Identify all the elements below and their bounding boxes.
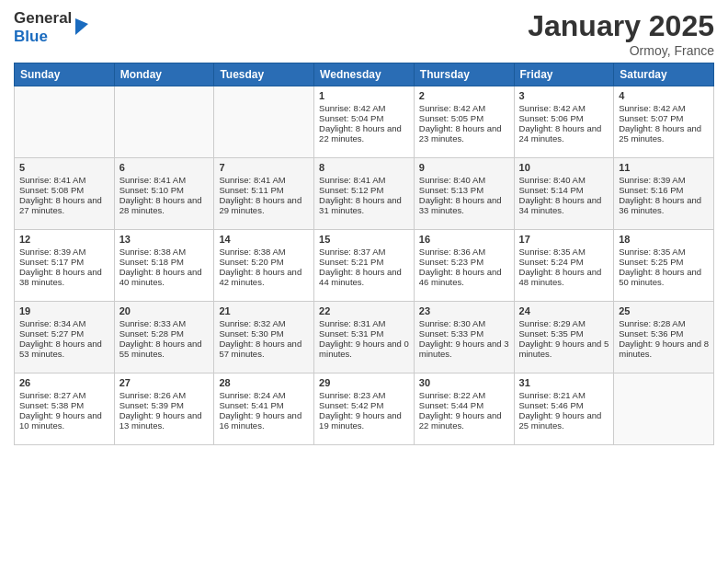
daylight-text: Daylight: 8 hours and 24 minutes. [519,123,609,144]
calendar-cell-2-4: 16Sunrise: 8:36 AMSunset: 5:23 PMDayligh… [414,230,514,302]
calendar-cell-2-2: 14Sunrise: 8:38 AMSunset: 5:20 PMDayligh… [214,230,314,302]
day-number: 31 [519,377,609,388]
sunrise-text: Sunrise: 8:34 AM [19,318,109,328]
daylight-text: Daylight: 8 hours and 23 minutes. [419,123,509,144]
day-number: 18 [619,234,709,245]
sunrise-text: Sunrise: 8:40 AM [419,175,509,185]
sunset-text: Sunset: 5:24 PM [519,257,609,267]
day-number: 11 [619,162,709,173]
sunrise-text: Sunrise: 8:35 AM [619,247,709,257]
col-monday: Monday [114,63,214,86]
calendar-cell-0-3: 1Sunrise: 8:42 AMSunset: 5:04 PMDaylight… [314,86,415,158]
day-number: 2 [419,90,509,101]
day-number: 4 [619,90,709,101]
calendar-cell-3-1: 20Sunrise: 8:33 AMSunset: 5:28 PMDayligh… [114,302,214,373]
sunrise-text: Sunrise: 8:38 AM [219,247,309,257]
calendar-week-row-3: 19Sunrise: 8:34 AMSunset: 5:27 PMDayligh… [15,302,714,373]
sunrise-text: Sunrise: 8:37 AM [319,247,409,257]
svg-marker-0 [75,18,88,35]
daylight-text: Daylight: 8 hours and 36 minutes. [619,195,709,215]
calendar-cell-0-1 [114,86,214,158]
day-number: 13 [119,234,210,245]
sunset-text: Sunset: 5:16 PM [619,185,709,195]
day-number: 23 [419,305,509,316]
day-number: 22 [319,305,409,316]
sunset-text: Sunset: 5:10 PM [119,185,210,195]
sunset-text: Sunset: 5:04 PM [319,113,409,123]
sunrise-text: Sunrise: 8:22 AM [419,390,509,400]
sunrise-text: Sunrise: 8:41 AM [19,175,109,185]
daylight-text: Daylight: 8 hours and 44 minutes. [319,267,409,287]
sunrise-text: Sunrise: 8:39 AM [619,175,709,185]
daylight-text: Daylight: 8 hours and 53 minutes. [19,339,109,359]
calendar-cell-4-2: 28Sunrise: 8:24 AMSunset: 5:41 PMDayligh… [214,373,314,445]
col-saturday: Saturday [614,63,714,86]
calendar-cell-2-3: 15Sunrise: 8:37 AMSunset: 5:21 PMDayligh… [314,230,415,302]
calendar-week-row-4: 26Sunrise: 8:27 AMSunset: 5:38 PMDayligh… [15,373,714,445]
daylight-text: Daylight: 8 hours and 40 minutes. [119,267,210,287]
day-number: 5 [19,162,109,173]
daylight-text: Daylight: 8 hours and 48 minutes. [519,267,609,287]
col-sunday: Sunday [15,63,115,86]
daylight-text: Daylight: 9 hours and 22 minutes. [419,410,509,431]
day-number: 21 [219,305,309,316]
calendar-cell-2-6: 18Sunrise: 8:35 AMSunset: 5:25 PMDayligh… [614,230,714,302]
sunset-text: Sunset: 5:06 PM [519,113,609,123]
sunrise-text: Sunrise: 8:38 AM [119,247,210,257]
day-number: 25 [619,305,709,316]
sunset-text: Sunset: 5:08 PM [19,185,109,195]
sunset-text: Sunset: 5:12 PM [319,185,409,195]
calendar-body: 1Sunrise: 8:42 AMSunset: 5:04 PMDaylight… [15,86,714,445]
location: Ormoy, France [528,43,714,58]
daylight-text: Daylight: 9 hours and 8 minutes. [619,339,709,359]
sunset-text: Sunset: 5:13 PM [419,185,509,195]
calendar-cell-0-5: 3Sunrise: 8:42 AMSunset: 5:06 PMDaylight… [514,86,614,158]
title-block: January 2025 Ormoy, France [528,9,714,58]
sunrise-text: Sunrise: 8:30 AM [419,318,509,328]
calendar-cell-3-4: 23Sunrise: 8:30 AMSunset: 5:33 PMDayligh… [414,302,514,373]
daylight-text: Daylight: 9 hours and 10 minutes. [19,410,109,431]
sunset-text: Sunset: 5:17 PM [19,257,109,267]
calendar-cell-4-6 [614,373,714,445]
calendar-cell-3-2: 21Sunrise: 8:32 AMSunset: 5:30 PMDayligh… [214,302,314,373]
sunrise-text: Sunrise: 8:42 AM [319,103,409,113]
sunrise-text: Sunrise: 8:33 AM [119,318,210,328]
month-title: January 2025 [528,9,714,43]
daylight-text: Daylight: 9 hours and 19 minutes. [319,410,409,431]
sunrise-text: Sunrise: 8:31 AM [319,318,409,328]
calendar-header-row: Sunday Monday Tuesday Wednesday Thursday… [15,63,714,86]
sunset-text: Sunset: 5:18 PM [119,257,210,267]
day-number: 27 [119,377,210,388]
sunrise-text: Sunrise: 8:35 AM [519,247,609,257]
day-number: 16 [419,234,509,245]
daylight-text: Daylight: 9 hours and 5 minutes. [519,339,609,359]
logo: General Blue [14,9,90,45]
day-number: 20 [119,305,210,316]
sunrise-text: Sunrise: 8:23 AM [319,390,409,400]
sunrise-text: Sunrise: 8:42 AM [519,103,609,113]
sunrise-text: Sunrise: 8:41 AM [319,175,409,185]
daylight-text: Daylight: 9 hours and 3 minutes. [419,339,509,359]
daylight-text: Daylight: 8 hours and 42 minutes. [219,267,309,287]
sunrise-text: Sunrise: 8:41 AM [219,175,309,185]
sunset-text: Sunset: 5:33 PM [419,328,509,339]
sunrise-text: Sunrise: 8:39 AM [19,247,109,257]
day-number: 26 [19,377,109,388]
sunset-text: Sunset: 5:46 PM [519,400,609,410]
logo-blue: Blue [14,28,72,46]
day-number: 24 [519,305,609,316]
sunset-text: Sunset: 5:35 PM [519,328,609,339]
sunset-text: Sunset: 5:20 PM [219,257,309,267]
sunset-text: Sunset: 5:23 PM [419,257,509,267]
day-number: 17 [519,234,609,245]
day-number: 1 [319,90,409,101]
day-number: 28 [219,377,309,388]
sunset-text: Sunset: 5:05 PM [419,113,509,123]
calendar-cell-4-0: 26Sunrise: 8:27 AMSunset: 5:38 PMDayligh… [15,373,115,445]
col-friday: Friday [514,63,614,86]
calendar-week-row-0: 1Sunrise: 8:42 AMSunset: 5:04 PMDaylight… [15,86,714,158]
calendar-week-row-1: 5Sunrise: 8:41 AMSunset: 5:08 PMDaylight… [15,158,714,230]
sunset-text: Sunset: 5:41 PM [219,400,309,410]
calendar-cell-0-2 [214,86,314,158]
calendar-cell-4-1: 27Sunrise: 8:26 AMSunset: 5:39 PMDayligh… [114,373,214,445]
